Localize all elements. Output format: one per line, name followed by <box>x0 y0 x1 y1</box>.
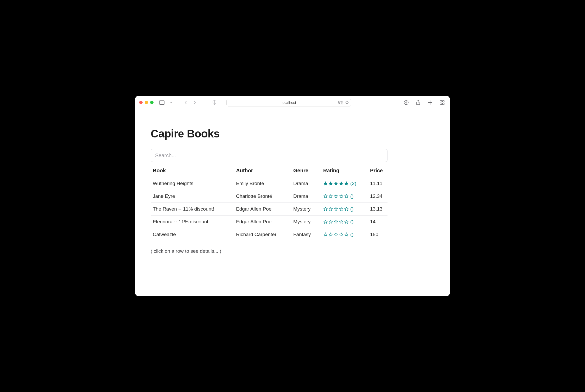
cell-rating: (2) <box>321 177 368 190</box>
cell-genre: Mystery <box>291 203 321 216</box>
star-empty-icon <box>334 232 338 237</box>
table-row[interactable]: CatweazleRichard CarpenterFantasy ()150 <box>151 228 387 241</box>
tabs-overview-icon[interactable] <box>438 99 446 106</box>
cell-rating: () <box>321 216 368 228</box>
star-empty-icon <box>323 219 328 224</box>
star-empty-icon <box>323 194 328 199</box>
cell-price: 12.34 <box>368 190 387 203</box>
cell-author: Emily Brontë <box>234 177 291 190</box>
sidebar-icon[interactable] <box>158 99 166 106</box>
star-filled-icon <box>328 181 333 186</box>
table-row[interactable]: Eleonora -- 11% discount!Edgar Allen Poe… <box>151 216 387 228</box>
search-input[interactable] <box>151 149 387 162</box>
cell-genre: Drama <box>291 190 321 203</box>
cell-book: The Raven -- 11% discount! <box>151 203 234 216</box>
fullscreen-window-button[interactable] <box>150 101 154 104</box>
cell-price: 13.13 <box>368 203 387 216</box>
table-row[interactable]: The Raven -- 11% discount!Edgar Allen Po… <box>151 203 387 216</box>
cell-rating: () <box>321 203 368 216</box>
svg-text:A: A <box>339 101 340 103</box>
cell-author: Charlotte Brontë <box>234 190 291 203</box>
star-filled-icon <box>334 181 338 186</box>
star-empty-icon <box>334 194 338 199</box>
col-header-price: Price <box>368 164 387 177</box>
books-table: Book Author Genre Rating Price Wuthering… <box>151 164 387 241</box>
star-empty-icon <box>344 207 349 211</box>
col-header-genre: Genre <box>291 164 321 177</box>
star-empty-icon <box>344 232 349 237</box>
cell-rating: () <box>321 190 368 203</box>
star-filled-icon <box>323 181 328 186</box>
cell-book: Eleonora -- 11% discount! <box>151 216 234 228</box>
star-empty-icon <box>334 219 338 224</box>
url-bar[interactable]: localhost A文 <box>226 99 351 106</box>
page-title: Capire Books <box>151 128 434 140</box>
star-empty-icon <box>339 207 344 211</box>
share-icon[interactable] <box>415 99 422 106</box>
rating-count: () <box>350 232 354 237</box>
cell-author: Edgar Allen Poe <box>234 203 291 216</box>
svg-text:文: 文 <box>341 102 343 104</box>
star-empty-icon <box>323 207 328 211</box>
cell-book: Wuthering Heights <box>151 177 234 190</box>
star-empty-icon <box>328 207 333 211</box>
reload-icon[interactable] <box>345 100 349 104</box>
cell-price: 150 <box>368 228 387 241</box>
star-empty-icon <box>339 232 344 237</box>
svg-rect-0 <box>160 100 164 104</box>
downloads-icon[interactable] <box>403 99 410 106</box>
translate-icon[interactable]: A文 <box>338 101 343 104</box>
star-filled-icon <box>339 181 344 186</box>
search-box <box>151 149 387 162</box>
star-filled-icon <box>344 181 349 186</box>
cell-price: 14 <box>368 216 387 228</box>
cell-book: Jane Eyre <box>151 190 234 203</box>
col-header-book: Book <box>151 164 234 177</box>
chevron-down-icon[interactable] <box>167 99 174 106</box>
url-text: localhost <box>282 100 296 105</box>
svg-rect-8 <box>440 100 442 102</box>
browser-toolbar: localhost A文 <box>135 96 450 109</box>
svg-rect-9 <box>443 100 444 102</box>
cell-price: 11.11 <box>368 177 387 190</box>
table-header-row: Book Author Genre Rating Price <box>151 164 387 177</box>
star-empty-icon <box>328 194 333 199</box>
page-content: Capire Books Book Author Genre Rating Pr… <box>135 109 450 296</box>
star-empty-icon <box>344 219 349 224</box>
rating-count: () <box>350 193 354 199</box>
back-button[interactable] <box>182 99 189 106</box>
star-empty-icon <box>339 194 344 199</box>
table-row[interactable]: Wuthering HeightsEmily BrontëDrama (2)11… <box>151 177 387 190</box>
cell-author: Richard Carpenter <box>234 228 291 241</box>
cell-genre: Drama <box>291 177 321 190</box>
cell-genre: Mystery <box>291 216 321 228</box>
shield-icon[interactable] <box>211 99 218 106</box>
rating-count: () <box>350 206 354 212</box>
minimize-window-button[interactable] <box>145 101 148 104</box>
new-tab-icon[interactable] <box>427 99 434 106</box>
window-controls <box>139 101 154 104</box>
rating-count: () <box>350 219 354 225</box>
close-window-button[interactable] <box>139 101 143 104</box>
star-empty-icon <box>323 232 328 237</box>
star-empty-icon <box>339 219 344 224</box>
cell-genre: Fantasy <box>291 228 321 241</box>
table-row[interactable]: Jane EyreCharlotte BrontëDrama ()12.34 <box>151 190 387 203</box>
svg-rect-10 <box>440 103 442 105</box>
star-empty-icon <box>328 219 333 224</box>
browser-window: localhost A文 <box>135 96 450 296</box>
cell-author: Edgar Allen Poe <box>234 216 291 228</box>
cell-rating: () <box>321 228 368 241</box>
star-empty-icon <box>344 194 349 199</box>
forward-button[interactable] <box>191 99 198 106</box>
col-header-rating: Rating <box>321 164 368 177</box>
hint-text: ( click on a row to see details... ) <box>151 248 434 254</box>
cell-book: Catweazle <box>151 228 234 241</box>
svg-rect-11 <box>443 103 444 105</box>
col-header-author: Author <box>234 164 291 177</box>
rating-count: (2) <box>350 181 356 186</box>
star-empty-icon <box>328 232 333 237</box>
star-empty-icon <box>334 207 338 211</box>
